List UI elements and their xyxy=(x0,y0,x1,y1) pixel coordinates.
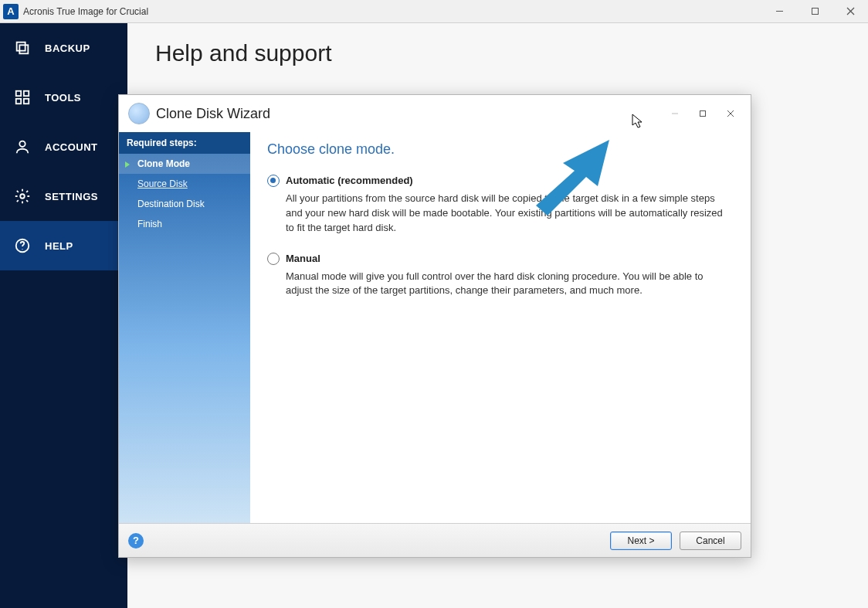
svg-rect-9 xyxy=(24,99,29,104)
svg-rect-4 xyxy=(17,42,25,51)
svg-rect-8 xyxy=(16,99,21,104)
wizard-main-panel: Choose clone mode. Automatic (recommende… xyxy=(250,132,751,523)
clone-disk-wizard-dialog: Clone Disk Wizard Required steps: Clone … xyxy=(118,94,751,558)
sidebar-item-settings[interactable]: SETTINGS xyxy=(0,172,127,221)
radio-automatic[interactable] xyxy=(267,175,280,187)
option-manual[interactable]: Manual Manual mode will give you full co… xyxy=(267,253,732,299)
page-title: Help and support xyxy=(155,40,868,66)
dialog-footer: ? Next > Cancel xyxy=(119,523,751,557)
app-titlebar: A Acronis True Image for Crucial xyxy=(0,0,868,23)
step-finish: Finish xyxy=(119,214,250,234)
app-logo-icon: A xyxy=(3,4,19,19)
dialog-titlebar: Clone Disk Wizard xyxy=(119,95,751,132)
svg-rect-15 xyxy=(700,111,706,117)
svg-point-10 xyxy=(19,141,25,147)
option-title: Manual xyxy=(286,253,320,264)
sidebar-item-tools[interactable]: TOOLS xyxy=(0,73,127,122)
step-clone-mode: Clone Mode xyxy=(119,154,250,174)
settings-icon xyxy=(14,188,31,205)
cancel-button[interactable]: Cancel xyxy=(680,532,741,550)
step-destination-disk: Destination Disk xyxy=(119,194,250,214)
option-title: Automatic (recommended) xyxy=(286,175,413,186)
sidebar-item-label: SETTINGS xyxy=(45,191,98,202)
sidebar-item-label: BACKUP xyxy=(45,42,90,54)
next-button[interactable]: Next > xyxy=(610,532,672,550)
sidebar-item-label: ACCOUNT xyxy=(45,141,98,153)
wizard-icon xyxy=(128,103,150,124)
help-icon xyxy=(14,237,31,254)
option-automatic[interactable]: Automatic (recommended) All your partiti… xyxy=(267,175,732,236)
sidebar-item-label: TOOLS xyxy=(45,92,81,104)
minimize-button[interactable] xyxy=(761,0,797,23)
wizard-heading: Choose clone mode. xyxy=(267,141,732,158)
account-icon xyxy=(14,138,31,155)
maximize-button[interactable] xyxy=(797,0,832,23)
footer-help-icon[interactable]: ? xyxy=(128,533,144,549)
sidebar-item-backup[interactable]: BACKUP xyxy=(0,23,127,73)
sidebar: BACKUP TOOLS ACCOUNT SETTINGS HELP xyxy=(0,23,127,608)
dialog-title: Clone Disk Wizard xyxy=(156,106,661,122)
tools-icon xyxy=(14,89,31,106)
sidebar-item-label: HELP xyxy=(45,240,73,252)
radio-manual[interactable] xyxy=(267,253,280,265)
window-title: Acronis True Image for Crucial xyxy=(23,6,761,17)
option-description: Manual mode will give you full control o… xyxy=(286,270,732,299)
sidebar-item-help[interactable]: HELP xyxy=(0,221,127,270)
dialog-close-button[interactable] xyxy=(717,102,744,125)
sidebar-item-account[interactable]: ACCOUNT xyxy=(0,122,127,172)
close-button[interactable] xyxy=(832,0,868,23)
svg-point-13 xyxy=(22,249,22,250)
svg-rect-7 xyxy=(24,91,29,96)
step-source-disk[interactable]: Source Disk xyxy=(119,174,250,194)
backup-icon xyxy=(14,39,31,56)
svg-point-11 xyxy=(20,194,25,199)
dialog-minimize-button xyxy=(661,102,689,125)
svg-rect-1 xyxy=(812,8,818,15)
steps-header: Required steps: xyxy=(119,132,250,154)
option-description: All your partitions from the source hard… xyxy=(286,192,732,236)
content-area: Help and support Clone Disk Wizard Requi… xyxy=(127,23,868,608)
svg-rect-5 xyxy=(19,45,28,53)
svg-rect-6 xyxy=(16,91,21,96)
wizard-steps-panel: Required steps: Clone Mode Source Disk D… xyxy=(119,132,250,523)
dialog-maximize-button[interactable] xyxy=(689,102,717,125)
